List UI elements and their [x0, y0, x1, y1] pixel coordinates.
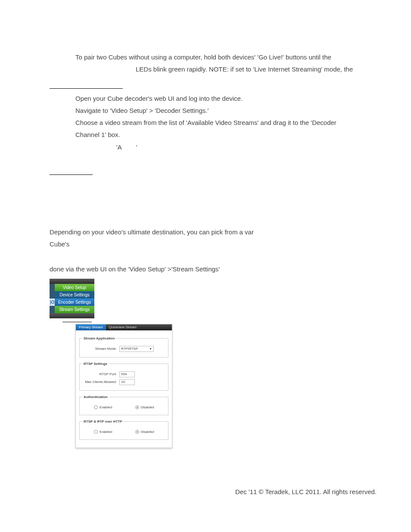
- radio-label: Enabled: [100, 404, 112, 411]
- label-stream-mode: Stream Mode:: [82, 346, 117, 352]
- group-legend: Stream Application: [82, 336, 116, 342]
- label-rtsp-port: RTSP Port:: [82, 371, 117, 377]
- group-rtsp-settings: RTSP Settings RTSP Port: 554 Max Clients…: [79, 361, 168, 391]
- group-authentication: Authentication Enabled Disabled: [79, 394, 168, 415]
- radio-auth-disabled[interactable]: [135, 405, 139, 409]
- select-value: RTP/RTSP: [121, 346, 138, 352]
- menu-item-encoder-settings[interactable]: Encoder Settings: [55, 299, 94, 306]
- group-stream-application: Stream Application Stream Mode: RTP/RTSP…: [79, 336, 168, 358]
- group-legend: Authentication: [82, 394, 109, 400]
- menu-item-video-setup[interactable]: Video Setup: [55, 284, 94, 291]
- chevron-down-icon: ▼: [149, 346, 152, 352]
- stream-settings-panel-screenshot: Primary Stream Quickview Stream Stream A…: [75, 324, 172, 448]
- body-text: Cube's: [50, 239, 377, 250]
- panel-body: Stream Application Stream Mode: RTP/RTSP…: [76, 330, 172, 448]
- radio-label: Disabled: [141, 429, 154, 435]
- select-stream-mode[interactable]: RTP/RTSP ▼: [119, 346, 154, 352]
- section-rule: [62, 322, 92, 322]
- step-text: Channel 1' box.: [75, 129, 377, 140]
- label-max-clients: Max Clients Allowed:: [82, 379, 117, 385]
- body-text: LEDs blink green rapidly. NOTE: if set t…: [136, 64, 377, 75]
- radio-http-enabled[interactable]: [94, 430, 98, 434]
- tab-primary-stream[interactable]: Primary Stream: [76, 324, 106, 330]
- radio-label: Enabled: [100, 429, 112, 435]
- page-footer: Dec '11 © Teradek, LLC 2011. All rights …: [235, 486, 377, 498]
- step-text: Open your Cube decoder's web UI and log …: [75, 93, 377, 104]
- destination-paragraph: Depending on your video's ultimate desti…: [50, 227, 377, 250]
- pairing-paragraph: To pair two Cubes without using a comput…: [75, 52, 377, 75]
- group-rtsp-over-http: RTSP & RTP over HTTP Enabled Disabled: [79, 419, 168, 440]
- menu-expand-icon: )O: [50, 299, 55, 306]
- input-rtsp-port[interactable]: 554: [119, 371, 135, 377]
- radio-http-disabled[interactable]: [135, 430, 139, 434]
- fragment-text: 'A ': [116, 142, 377, 153]
- body-text: done via the web UI on the 'Video Setup'…: [50, 264, 377, 275]
- document-page: To pair two Cubes without using a comput…: [0, 0, 411, 532]
- group-legend: RTSP Settings: [82, 361, 109, 367]
- steps-paragraph: Open your Cube decoder's web UI and log …: [75, 93, 377, 153]
- section-rule: [50, 88, 123, 89]
- body-text: To pair two Cubes without using a comput…: [75, 52, 377, 63]
- menu-item-stream-settings[interactable]: Stream Settings: [55, 306, 94, 313]
- step-text: Navigate to 'Video Setup' > 'Decoder Set…: [75, 105, 377, 116]
- panel-tabs: Primary Stream Quickview Stream: [76, 324, 172, 330]
- menu-bar: [50, 279, 94, 284]
- radio-label: Disabled: [141, 404, 154, 411]
- group-legend: RTSP & RTP over HTTP: [82, 419, 124, 425]
- video-setup-menu-screenshot: Video Setup Device Settings )O Encoder S…: [50, 279, 94, 318]
- menu-bar: [50, 313, 94, 318]
- menu-item-device-settings[interactable]: Device Settings: [55, 291, 94, 299]
- radio-auth-enabled[interactable]: [94, 405, 98, 409]
- body-text: Depending on your video's ultimate desti…: [50, 227, 377, 238]
- step-text: Choose a video stream from the list of '…: [75, 117, 377, 128]
- section-rule: [50, 174, 93, 175]
- tab-quickview-stream[interactable]: Quickview Stream: [106, 324, 140, 330]
- input-max-clients[interactable]: 10: [119, 379, 135, 385]
